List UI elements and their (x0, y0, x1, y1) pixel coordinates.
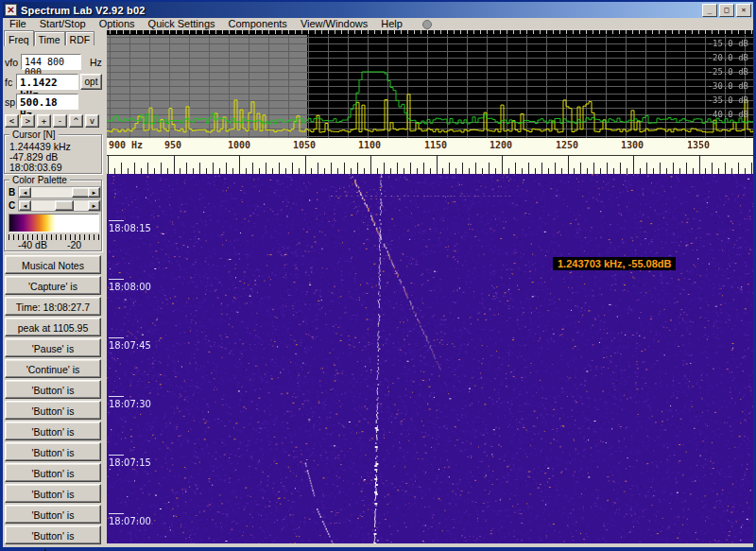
unknown-button-1[interactable]: 'Button' is unknown (5, 380, 101, 399)
freq-tick-label: 1050 (293, 140, 316, 150)
control-panel: Freq Time RDF vfo 144 800 000 Hz fc 1.14… (3, 30, 107, 547)
palette-gradient-icon (9, 215, 56, 232)
menu-components[interactable]: Components (222, 18, 294, 30)
waterfall-time-label: 18:07:30 (109, 399, 151, 409)
slider-left-arrow-icon[interactable]: ◄ (19, 200, 31, 211)
musical-notes-button[interactable]: Musical Notes (5, 255, 101, 274)
peak-button[interactable]: peak at 1105.95 Hz (5, 318, 101, 336)
tab-freq[interactable]: Freq (4, 30, 34, 46)
palette-brightness-slider[interactable]: ◄ ► (18, 186, 101, 198)
slider-right-arrow-icon[interactable]: ► (88, 200, 100, 211)
ruler-tick-icon (186, 163, 187, 174)
ruler-tick-icon (673, 163, 674, 174)
sp-label: sp (5, 96, 15, 108)
menu-start-stop[interactable]: Start/Stop (33, 18, 93, 30)
color-palette-group: Color Palette B ◄ ► C ◄ ► (4, 180, 102, 251)
ruler-tick-icon (134, 163, 135, 174)
minimize-button[interactable]: _ (702, 4, 717, 17)
cursor-info-group: Cursor [N] 1.244439 kHz -47.829 dB 18:08… (4, 134, 102, 174)
time-tick-icon (109, 337, 124, 338)
ruler-tick-icon (437, 155, 438, 174)
ruler-tick-icon (397, 163, 398, 174)
close-button[interactable]: ✕ (736, 4, 751, 17)
palette-c-label: C (9, 200, 15, 211)
ruler-tick-icon (410, 163, 411, 174)
ruler-tick-icon (384, 163, 385, 174)
slider-right-arrow-icon[interactable]: ► (88, 187, 100, 198)
ruler-baseline (107, 155, 753, 156)
freq-plus-button[interactable]: + (37, 114, 51, 128)
tab-time[interactable]: Time (34, 31, 65, 45)
menu-view-windows[interactable]: View/Windows (294, 18, 374, 30)
slider-left-arrow-icon[interactable]: ◄ (19, 187, 31, 198)
unknown-button-6[interactable]: 'Button' is unknown (5, 484, 101, 503)
fc-input[interactable]: 1.1422 kHz (16, 74, 78, 90)
vfo-input[interactable]: 144 800 000 (21, 54, 81, 70)
ruler-tick-icon (331, 163, 332, 174)
title-bar[interactable]: ✕ Spectrum Lab V2.92 b02 _ □ ✕ (3, 2, 753, 18)
app-icon: ✕ (5, 4, 17, 16)
time-tick-icon (109, 220, 124, 221)
time-button[interactable]: Time: 18:08:27.7 (5, 297, 101, 316)
palette-contrast-slider[interactable]: ◄ ► (18, 199, 101, 212)
freq-up-button[interactable]: ^ (69, 114, 83, 128)
spectrum-graph[interactable]: -15.0 dB -20.0 dB -25.0 dB -30.0 dB -35.… (107, 30, 753, 138)
contrast-slider-thumb[interactable] (55, 200, 74, 211)
ruler-tick-icon (344, 163, 345, 174)
menu-options[interactable]: Options (93, 18, 142, 30)
freq-step-right-button[interactable]: > (21, 114, 35, 128)
panel-tabs: Freq Time RDF (4, 31, 94, 47)
frequency-ruler[interactable]: 900 Hz 950 1000 1050 1100 1150 1200 1250… (107, 138, 753, 174)
ruler-tick-icon (199, 163, 200, 174)
palette-group-title: Color Palette (9, 175, 70, 185)
menu-bar: File Start/Stop Options Quick Settings C… (3, 18, 753, 30)
fc-opt-button[interactable]: opt (80, 74, 102, 90)
tab-rdf[interactable]: RDF (65, 31, 95, 45)
ruler-tick-icon (633, 155, 634, 174)
menu-file[interactable]: File (3, 18, 33, 30)
ruler-tick-icon (318, 163, 318, 174)
pause-button[interactable]: 'Pause' is unknown (5, 338, 101, 357)
freq-minus-button[interactable]: - (53, 114, 67, 128)
capture-button[interactable]: 'Capture' is unknown (5, 276, 101, 295)
continue-button[interactable]: 'Continue' is unknown (5, 359, 101, 378)
ruler-tick-icon (108, 155, 109, 174)
ruler-tick-icon (660, 163, 661, 174)
waterfall-time-label: 18:07:15 (109, 457, 151, 468)
ruler-tick-icon (213, 163, 214, 174)
spectrum-canvas (107, 30, 753, 138)
ruler-tick-icon (449, 163, 450, 174)
ruler-tick-icon (686, 163, 687, 174)
freq-down-button[interactable]: v (85, 114, 99, 128)
freq-tick-label: 1300 (621, 140, 644, 150)
waterfall-display[interactable]: 18:08:15 18:08:00 18:07:45 18:07:30 18:0… (107, 174, 753, 543)
db-axis-label: -15.0 dB (708, 39, 748, 48)
ruler-tick-icon (725, 163, 726, 174)
db-axis-label: -20.0 dB (708, 53, 748, 62)
ruler-tick-icon (475, 163, 476, 174)
unknown-button-5[interactable]: 'Button' is unknown (5, 463, 101, 482)
unknown-button-7[interactable]: 'Button' is unknown (5, 505, 101, 524)
db-axis-label: -35.0 dB (708, 95, 748, 105)
palette-contrast-row: C ◄ ► (9, 199, 101, 212)
palette-gradient-bar (9, 214, 99, 232)
ruler-tick-icon (515, 163, 516, 174)
freq-step-left-button[interactable]: < (5, 114, 19, 128)
ruler-tick-icon (462, 163, 463, 174)
sp-input[interactable]: 500.18 Hz (16, 94, 78, 110)
freq-tick-label: 1000 (228, 140, 250, 150)
unknown-button-8[interactable]: 'Button' is unknown (5, 525, 101, 544)
unknown-button-3[interactable]: 'Button' is unknown (5, 422, 101, 440)
menu-quick-settings[interactable]: Quick Settings (142, 18, 222, 30)
ruler-tick-icon (266, 163, 266, 174)
unknown-button-4[interactable]: 'Button' is unknown (5, 442, 101, 461)
ruler-tick-icon (555, 163, 556, 174)
maximize-button[interactable]: □ (719, 4, 734, 17)
ruler-tick-icon (502, 155, 503, 174)
ruler-tick-icon (699, 155, 700, 174)
unknown-button-2[interactable]: 'Button' is unknown (5, 401, 101, 420)
ruler-tick-icon (252, 163, 253, 174)
ruler-tick-icon (593, 163, 594, 174)
ruler-tick-icon (121, 163, 122, 174)
menu-help[interactable]: Help (374, 18, 409, 30)
